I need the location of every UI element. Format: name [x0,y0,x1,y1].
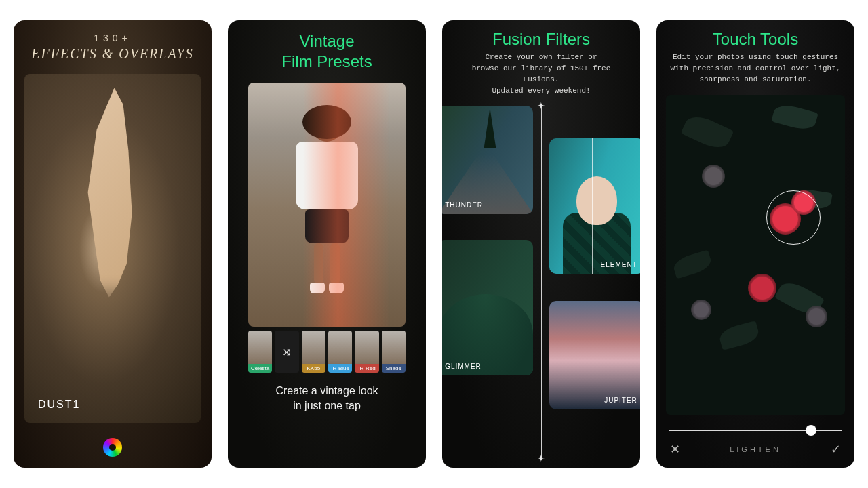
hand-illustration [71,88,159,298]
adjustment-slider[interactable] [669,430,842,431]
sparkle-icon: ✦ [537,100,545,111]
panel1-title: EFFECTS & OVERLAYS [19,46,206,62]
effect-name-label: DUST1 [38,399,80,411]
effects-count: 130+ [19,33,206,43]
leaf-illustration [681,111,734,153]
effects-overlays-panel: 130+ EFFECTS & OVERLAYS DUST1 [14,20,212,468]
panel2-caption: Create a vintage lookin just one tap [228,373,426,425]
preset-thumbnail[interactable]: Celesta [248,331,272,373]
fusion-label: GLIMMER [445,363,481,370]
flower-illustration [702,165,725,188]
touch-controls: ✕ LIGHTEN ✓ [656,422,854,468]
panel4-subtitle: Edit your photos using touch gestureswit… [656,52,854,92]
preset-thumbnail[interactable]: IR-Blue [328,331,352,373]
preset-thumbnail[interactable]: KK55 [302,331,326,373]
fusion-label: ELEMENT [601,261,637,268]
touch-tools-panel: Touch Tools Edit your photos using touch… [656,20,854,468]
vintage-presets-panel: VintageFilm Presets Celesta⤨KK55IR-BlueI… [228,20,426,468]
flower-illustration [691,300,711,320]
leaf-illustration [772,102,819,134]
fusion-card-glimmer[interactable]: GLIMMER [442,240,533,375]
effect-preview-image[interactable]: DUST1 [24,74,201,423]
fusion-filters-panel: Fusion Filters Create your own filter or… [442,20,640,468]
panel3-title: Fusion Filters [442,20,640,52]
preset-preview-photo[interactable] [248,83,406,327]
fusion-card-jupiter[interactable]: JUPITER [549,301,640,409]
vertical-divider [541,104,542,460]
preset-label: IR-Red [355,364,378,373]
preset-label: IR-Blue [328,364,352,373]
fusion-card-thunder[interactable]: THUNDER [442,106,533,214]
preset-label: Shade [382,364,406,373]
panel1-header: 130+ EFFECTS & OVERLAYS [14,20,212,68]
leaf-illustration [717,321,761,350]
shuffle-icon: ⤨ [282,346,291,359]
preset-thumbnail[interactable]: Shade [382,331,406,373]
shuffle-button[interactable]: ⤨ [275,331,298,373]
confirm-button[interactable]: ✓ [831,442,841,457]
slider-knob[interactable] [806,425,816,436]
flower-illustration [806,306,827,327]
preset-label: KK55 [302,364,326,373]
preset-label: Celesta [248,364,272,373]
fusion-label: THUNDER [445,201,483,209]
preset-thumbnail[interactable]: IR-Red [355,331,378,373]
fusion-label: JUPITER [604,396,637,404]
cancel-button[interactable]: ✕ [670,442,680,457]
sparkle-icon: ✦ [537,453,545,464]
app-logo-wrap [14,430,212,468]
touch-preview-photo[interactable] [666,95,845,415]
preset-thumbnail-row: Celesta⤨KK55IR-BlueIR-RedShade [248,331,406,373]
fusion-grid: ✦ ✦ THUNDER ELEMENT GLIMMER JUPITER [442,104,640,460]
selection-ring-icon[interactable] [766,190,821,245]
panel4-title: Touch Tools [656,20,854,52]
tool-mode-label: LIGHTEN [730,445,781,453]
fusion-card-element[interactable]: ELEMENT [549,138,640,274]
panel2-title: VintageFilm Presets [228,20,426,80]
panel3-subtitle: Create your own filter orbrowse our libr… [442,52,640,102]
flower-illustration [748,274,776,302]
color-wheel-icon [103,438,122,457]
light-leak-overlay [303,83,390,327]
leaf-illustration [671,249,713,279]
